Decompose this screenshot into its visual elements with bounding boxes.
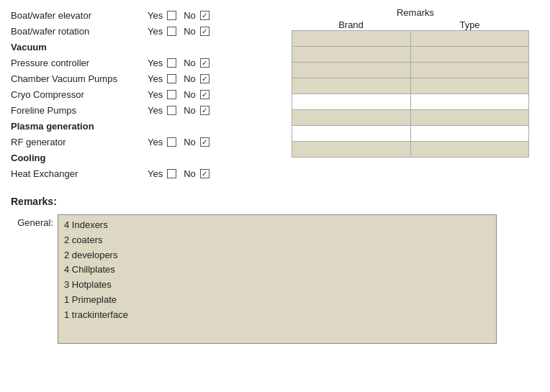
remark-line: 4 Chillplates [64, 263, 490, 278]
equipment-row: RF generatorYesNo [11, 134, 284, 150]
yes-checkbox[interactable] [167, 58, 176, 68]
yes-no-area: YesNo [148, 10, 270, 21]
no-label: No [184, 58, 196, 68]
no-label: No [184, 89, 196, 100]
yes-label: Yes [148, 137, 163, 147]
remarks-box: 4 Indexers2 coaters2 developers4 Chillpl… [58, 214, 497, 344]
type-cell[interactable] [410, 78, 529, 94]
row-label: Pressure controller [11, 58, 148, 68]
yes-no-area: YesNo [148, 89, 270, 100]
brand-cell[interactable] [292, 47, 411, 63]
brand-cell[interactable] [292, 31, 411, 47]
type-cell[interactable] [410, 47, 529, 63]
right-section: Remarks Brand Type [284, 7, 539, 181]
no-label: No [184, 26, 196, 37]
brand-cell[interactable] [292, 142, 411, 158]
yes-no-area: YesNo [148, 168, 270, 179]
brand-type-table [292, 30, 529, 158]
equipment-row: Plasma generation [11, 118, 284, 134]
equipment-row: Boat/wafer elevatorYesNo [11, 7, 284, 23]
yes-checkbox[interactable] [167, 90, 176, 99]
no-label: No [184, 105, 196, 116]
type-cell[interactable] [410, 63, 529, 78]
row-label: Boat/wafer rotation [11, 26, 148, 37]
table-area [284, 30, 539, 158]
equipment-row: Boat/wafer rotationYesNo [11, 23, 284, 39]
yes-label: Yes [148, 10, 163, 21]
yes-label: Yes [148, 73, 163, 84]
yes-checkbox[interactable] [167, 137, 176, 147]
row-label: RF generator [11, 137, 148, 147]
yes-checkbox[interactable] [167, 11, 176, 20]
yes-no-area: YesNo [148, 105, 270, 116]
left-section: Boat/wafer elevatorYesNoBoat/wafer rotat… [11, 7, 284, 181]
row-label: Boat/wafer elevator [11, 10, 148, 21]
yes-checkbox[interactable] [167, 27, 176, 36]
row-label: Plasma generation [11, 121, 148, 132]
yes-label: Yes [148, 168, 163, 179]
no-checkbox[interactable] [200, 169, 209, 178]
row-label: Foreline Pumps [11, 105, 148, 116]
remark-line: 4 Indexers [64, 218, 490, 233]
row-label: Chamber Vacuum Pumps [11, 73, 148, 84]
no-checkbox[interactable] [200, 137, 209, 147]
equipment-row: Foreline PumpsYesNo [11, 102, 284, 118]
row-label: Heat Exchanger [11, 168, 148, 179]
yes-no-area: YesNo [148, 73, 270, 84]
equipment-row: Chamber Vacuum PumpsYesNo [11, 70, 284, 86]
brand-cell[interactable] [292, 78, 411, 94]
brand-cell[interactable] [292, 94, 411, 110]
remark-line: 1 Primeplate [64, 293, 490, 308]
yes-label: Yes [148, 58, 163, 68]
remark-line: 1 trackinterface [64, 308, 490, 323]
type-cell[interactable] [410, 142, 529, 158]
rows-container: Boat/wafer elevatorYesNoBoat/wafer rotat… [11, 7, 284, 181]
no-checkbox[interactable] [200, 106, 209, 115]
brand-cell[interactable] [292, 126, 411, 142]
yes-label: Yes [148, 26, 163, 37]
no-label: No [184, 73, 196, 84]
no-label: No [184, 10, 196, 21]
yes-no-area: YesNo [148, 58, 270, 68]
row-label: Cooling [11, 152, 148, 163]
brand-cell[interactable] [292, 110, 411, 126]
equipment-row: Cooling [11, 150, 284, 165]
no-checkbox[interactable] [200, 90, 209, 99]
equipment-row: Vacuum [11, 39, 284, 55]
row-label: Cryo Compressor [11, 89, 148, 100]
yes-checkbox[interactable] [167, 74, 176, 83]
row-label: Vacuum [11, 42, 148, 53]
yes-label: Yes [148, 105, 163, 116]
remarks-title: Remarks: [11, 196, 539, 207]
type-header: Type [410, 19, 529, 30]
type-cell[interactable] [410, 126, 529, 142]
remark-line: 2 coaters [64, 233, 490, 248]
brand-cell[interactable] [292, 63, 411, 78]
yes-label: Yes [148, 89, 163, 100]
general-label: General: [11, 214, 58, 228]
no-checkbox[interactable] [200, 58, 209, 68]
brand-type-header: Brand Type [284, 19, 539, 30]
no-checkbox[interactable] [200, 74, 209, 83]
remarks-header: Remarks [284, 7, 539, 18]
equipment-row: Heat ExchangerYesNo [11, 165, 284, 181]
yes-no-area: YesNo [148, 26, 270, 37]
yes-checkbox[interactable] [167, 169, 176, 178]
equipment-row: Cryo CompressorYesNo [11, 86, 284, 102]
yes-checkbox[interactable] [167, 106, 176, 115]
no-checkbox[interactable] [200, 11, 209, 20]
main-layout: Boat/wafer elevatorYesNoBoat/wafer rotat… [11, 7, 539, 181]
no-checkbox[interactable] [200, 27, 209, 36]
type-cell[interactable] [410, 110, 529, 126]
remarks-section: Remarks: General: 4 Indexers2 coaters2 d… [11, 196, 539, 344]
remark-line: 3 Hotplates [64, 278, 490, 293]
yes-no-area: YesNo [148, 137, 270, 147]
no-label: No [184, 137, 196, 147]
remark-line: 2 developers [64, 248, 490, 263]
type-cell[interactable] [410, 94, 529, 110]
type-cell[interactable] [410, 31, 529, 47]
equipment-row: Pressure controllerYesNo [11, 55, 284, 70]
remarks-col-header: Remarks [297, 7, 534, 18]
no-label: No [184, 168, 196, 179]
remarks-content-area: General: 4 Indexers2 coaters2 developers… [11, 214, 539, 344]
